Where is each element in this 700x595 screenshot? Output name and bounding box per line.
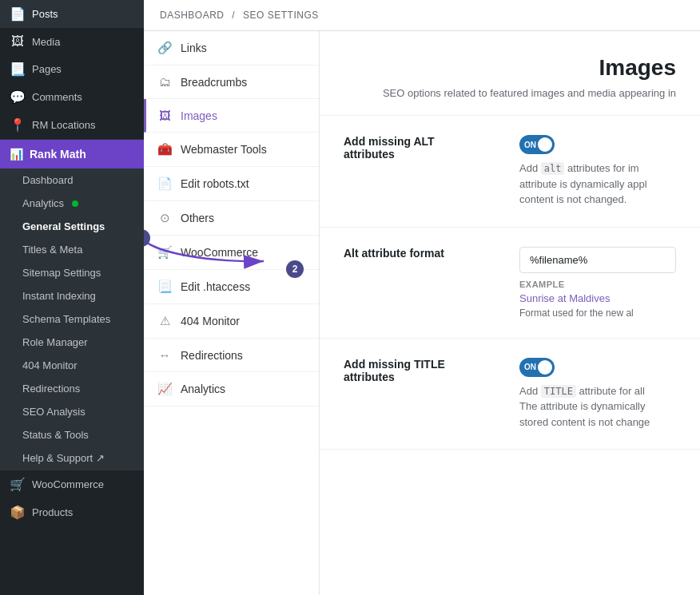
analytics-label: Analytics bbox=[22, 197, 64, 209]
nav-item-redirections[interactable]: ↔ Redirections bbox=[144, 339, 319, 372]
submenu-item-status-tools[interactable]: Status & Tools bbox=[0, 423, 144, 446]
nav-item-404-monitor[interactable]: ⚠ 404 Monitor bbox=[144, 304, 319, 339]
help-support-label: Help & Support ↗ bbox=[22, 452, 105, 464]
nav-images-label: Images bbox=[181, 109, 217, 122]
title-toggle-container: ON bbox=[519, 358, 676, 377]
posts-icon: 📄 bbox=[10, 6, 26, 22]
404-monitor-nav-icon: ⚠ bbox=[157, 314, 173, 328]
robots-nav-icon: 📄 bbox=[157, 177, 173, 191]
alt-label: Add missing ALT attributes bbox=[344, 135, 503, 161]
sidebar-item-products[interactable]: 📦 Products bbox=[0, 498, 144, 526]
alt-code: alt bbox=[541, 162, 565, 175]
analytics-nav-icon: 📈 bbox=[157, 382, 173, 396]
title-toggle[interactable]: ON bbox=[519, 358, 555, 377]
status-tools-label: Status & Tools bbox=[22, 429, 89, 441]
posts-label: Posts bbox=[32, 8, 58, 20]
alt-description: Add alt attributes for imattribute is dy… bbox=[519, 161, 676, 208]
submenu-item-schema-templates[interactable]: Schema Templates bbox=[0, 307, 144, 331]
nav-item-others[interactable]: ⊙ Others bbox=[144, 201, 319, 236]
submenu-item-sitemap[interactable]: Sitemap Settings bbox=[0, 261, 144, 284]
webmaster-tools-nav-icon: 🧰 bbox=[157, 142, 173, 157]
breadcrumb-separator: / bbox=[232, 10, 235, 21]
others-nav-icon: ⊙ bbox=[157, 211, 173, 225]
rank-math-submenu: Dashboard Analytics General Settings Tit… bbox=[0, 169, 144, 470]
settings-row-alt: Add missing ALT attributes ON Add alt at… bbox=[320, 116, 700, 228]
links-nav-icon: 🔗 bbox=[157, 41, 173, 55]
redirections-label: Redirections bbox=[22, 383, 80, 395]
role-manager-label: Role Manager bbox=[22, 336, 88, 348]
sidebar-item-pages[interactable]: 📃 Pages bbox=[0, 55, 144, 83]
title-code: TITLE bbox=[541, 385, 576, 398]
nav-item-images[interactable]: 🖼 Images bbox=[144, 99, 319, 133]
schema-templates-label: Schema Templates bbox=[22, 313, 110, 325]
comments-label: Comments bbox=[32, 91, 82, 103]
nav-others-label: Others bbox=[181, 212, 214, 224]
nav-redirections-label: Redirections bbox=[181, 349, 243, 362]
titles-meta-label: Titles & Meta bbox=[22, 244, 82, 256]
nav-item-webmaster-tools[interactable]: 🧰 Webmaster Tools bbox=[144, 133, 319, 167]
submenu-item-role-manager[interactable]: Role Manager bbox=[0, 331, 144, 354]
nav-robots-label: Edit robots.txt bbox=[181, 177, 249, 190]
rank-math-icon: 📊 bbox=[10, 148, 23, 161]
pages-icon: 📃 bbox=[10, 61, 26, 77]
general-settings-label: General Settings bbox=[22, 220, 105, 232]
title-attr-label: Add missing TITLE attributes bbox=[344, 358, 503, 383]
seo-analysis-label: SEO Analysis bbox=[22, 406, 86, 418]
submenu-item-instant-indexing[interactable]: Instant Indexing bbox=[0, 284, 144, 307]
example-desc: Format used for the new al bbox=[519, 307, 676, 319]
woocommerce-nav-icon: 🛒 bbox=[157, 245, 173, 260]
submenu-item-analytics[interactable]: Analytics bbox=[0, 192, 144, 215]
submenu-item-dashboard[interactable]: Dashboard bbox=[0, 169, 144, 192]
content-wrapper: 1 2 🔗 Links 🗂 Breadcrumb bbox=[144, 31, 700, 595]
rm-locations-icon: 📍 bbox=[10, 117, 26, 133]
sidebar-item-media[interactable]: 🖼 Media bbox=[0, 28, 144, 55]
wordpress-sidebar: 📄 Posts 🖼 Media 📃 Pages 💬 Comments 📍 RM … bbox=[0, 0, 144, 595]
breadcrumbs-nav-icon: 🗂 bbox=[157, 75, 173, 89]
settings-nav: 1 2 🔗 Links 🗂 Breadcrumb bbox=[144, 31, 320, 595]
rank-math-header[interactable]: 📊 Rank Math bbox=[0, 140, 144, 169]
nav-webmaster-label: Webmaster Tools bbox=[181, 143, 267, 156]
breadcrumb-dashboard: DASHBOARD bbox=[160, 10, 225, 21]
example-link: Sunrise at Maldives bbox=[519, 292, 676, 304]
sidebar-item-posts[interactable]: 📄 Posts bbox=[0, 0, 144, 28]
format-control: EXAMPLE Sunrise at Maldives Format used … bbox=[519, 247, 676, 319]
settings-title: Images bbox=[344, 55, 676, 81]
submenu-item-seo-analysis[interactable]: SEO Analysis bbox=[0, 400, 144, 423]
analytics-dot bbox=[72, 200, 78, 207]
nav-item-edit-robots[interactable]: 📄 Edit robots.txt bbox=[144, 167, 319, 201]
settings-row-format: Alt attribute format EXAMPLE Sunrise at … bbox=[320, 228, 700, 339]
woocommerce-label: WooCommerce bbox=[32, 478, 104, 490]
settings-panel: Images SEO options related to featured i… bbox=[320, 31, 700, 595]
bottom-section: 🛒 WooCommerce 📦 Products bbox=[0, 470, 144, 526]
submenu-item-redirections[interactable]: Redirections bbox=[0, 377, 144, 400]
comments-icon: 💬 bbox=[10, 89, 26, 105]
products-icon: 📦 bbox=[10, 505, 26, 520]
alt-toggle[interactable]: ON bbox=[519, 135, 555, 154]
nav-item-breadcrumbs[interactable]: 🗂 Breadcrumbs bbox=[144, 65, 319, 99]
media-label: Media bbox=[32, 36, 60, 48]
sidebar-item-comments[interactable]: 💬 Comments bbox=[0, 83, 144, 111]
alt-toggle-container: ON bbox=[519, 135, 676, 154]
submenu-item-titles-meta[interactable]: Titles & Meta bbox=[0, 238, 144, 261]
woocommerce-icon: 🛒 bbox=[10, 477, 26, 492]
toggle-on-label-2: ON bbox=[524, 363, 536, 371]
redirections-nav-icon: ↔ bbox=[157, 348, 173, 362]
breadcrumb-bar: DASHBOARD / SEO SETTINGS bbox=[144, 0, 700, 31]
submenu-item-help-support[interactable]: Help & Support ↗ bbox=[0, 446, 144, 470]
breadcrumb-current: SEO SETTINGS bbox=[243, 10, 319, 21]
format-input[interactable] bbox=[519, 247, 676, 273]
images-nav-icon: 🖼 bbox=[157, 109, 173, 122]
pages-label: Pages bbox=[32, 63, 62, 75]
nav-item-links[interactable]: 🔗 Links bbox=[144, 31, 319, 65]
annotation-badge-2: 2 bbox=[286, 260, 304, 278]
submenu-item-404-monitor[interactable]: 404 Monitor bbox=[0, 354, 144, 377]
format-label: Alt attribute format bbox=[344, 247, 503, 260]
sidebar-item-rm-locations[interactable]: 📍 RM Locations bbox=[0, 111, 144, 139]
main-content: DASHBOARD / SEO SETTINGS 1 2 bbox=[144, 0, 700, 595]
submenu-item-general-settings[interactable]: General Settings bbox=[0, 215, 144, 238]
nav-links-label: Links bbox=[181, 42, 207, 54]
htaccess-nav-icon: 📃 bbox=[157, 280, 173, 294]
nav-item-analytics[interactable]: 📈 Analytics bbox=[144, 372, 319, 407]
sidebar-item-woocommerce[interactable]: 🛒 WooCommerce bbox=[0, 470, 144, 498]
nav-404-label: 404 Monitor bbox=[181, 315, 240, 327]
